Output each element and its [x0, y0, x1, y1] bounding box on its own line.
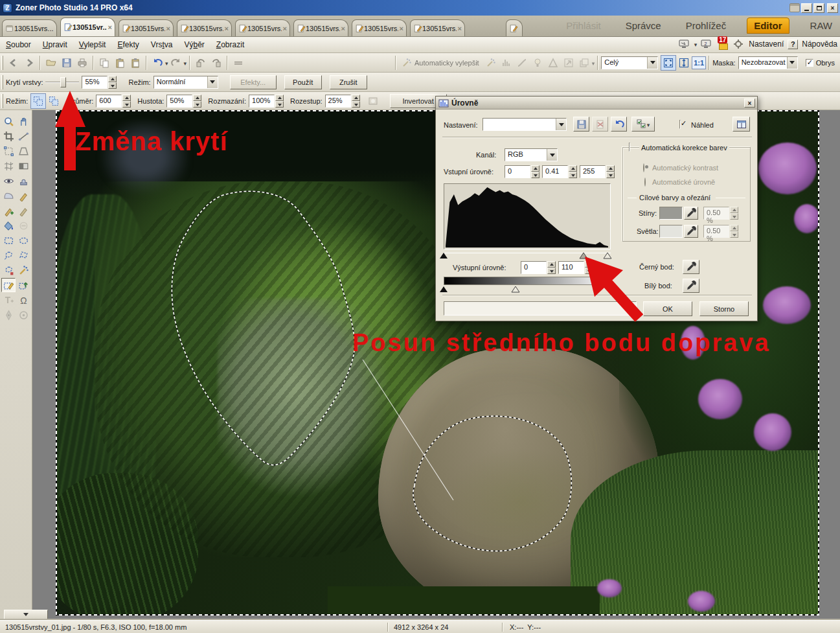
auto-enhance-icon[interactable] [399, 55, 414, 71]
tool-hand[interactable] [16, 114, 30, 128]
lights-clip-spinner[interactable]: 0.50 % [703, 225, 738, 238]
cancel-button[interactable]: Zrušit [330, 75, 367, 89]
maska-dropdown-button[interactable] [787, 57, 797, 69]
palette-overflow-button[interactable] [4, 610, 48, 619]
close-button[interactable]: × [827, 3, 838, 13]
tab-5[interactable]: 130515vrs...× [235, 19, 290, 36]
redo-button[interactable] [168, 55, 184, 71]
show-mask-icon[interactable] [365, 93, 381, 109]
tab-close-button[interactable]: × [108, 23, 112, 31]
tool-healing-brush[interactable] [16, 189, 30, 203]
tool-red-eye[interactable] [1, 174, 16, 188]
lights-swatch[interactable] [659, 225, 683, 238]
shadows-swatch[interactable] [659, 207, 683, 220]
input-gamma-spinner[interactable]: 0.41 [542, 165, 577, 178]
lights-picker-button[interactable] [684, 225, 698, 238]
diameter-spinner[interactable]: 600 [96, 95, 131, 108]
tool-fill-bucket[interactable] [1, 218, 16, 233]
density-spinner[interactable]: 50% [166, 95, 201, 108]
output-black-spinner[interactable]: 0 [521, 261, 556, 274]
layer-mode-select[interactable]: Normální [153, 76, 218, 89]
tool-crop[interactable] [1, 129, 16, 143]
menu-upravit[interactable]: Upravit [37, 38, 73, 51]
input-white-slider[interactable] [603, 252, 612, 259]
mode-pihlsit[interactable]: Přihlásit [562, 19, 604, 32]
menu-vylepit[interactable]: Vylepšit [73, 38, 112, 51]
spin-down[interactable] [108, 82, 117, 89]
output-white-slider[interactable] [511, 286, 520, 293]
rotate-right-button[interactable] [209, 55, 224, 71]
maska-select[interactable]: Nezobrazovat [738, 56, 798, 69]
layer-opacity-slider[interactable] [45, 76, 79, 88]
tool-lasso[interactable] [1, 248, 16, 262]
paste-special-button[interactable] [128, 55, 143, 71]
settings-select[interactable] [482, 118, 567, 131]
input-black-value[interactable]: 0 [505, 165, 530, 178]
settings-dropdown-button[interactable] [556, 119, 566, 130]
tab-9[interactable] [506, 19, 523, 36]
mode-raw[interactable]: RAW [806, 19, 836, 32]
zoom-dropdown-button[interactable] [647, 57, 657, 69]
apply-button[interactable]: Použít [284, 75, 322, 89]
display-profile-dropdown[interactable] [694, 40, 698, 49]
channel-select[interactable]: RGB [505, 148, 558, 161]
batch-button[interactable] [576, 55, 592, 71]
channel-dropdown-button[interactable] [547, 149, 557, 161]
menu-soubor[interactable]: Soubor [0, 38, 37, 51]
tab-4[interactable]: 130515vrs...× [177, 19, 232, 36]
rotate-left-button[interactable] [193, 55, 209, 71]
preview-checkbox[interactable] [679, 120, 681, 129]
black-point-picker-button[interactable] [683, 260, 699, 274]
save-button[interactable] [59, 55, 74, 71]
layer-mode-dropdown-button[interactable] [207, 76, 218, 88]
redo-dropdown[interactable] [184, 59, 187, 67]
more-button[interactable] [231, 55, 246, 71]
tool-clone-stamp[interactable] [16, 174, 30, 188]
tab-close-button[interactable]: × [283, 25, 287, 32]
tool-polygon-lasso[interactable] [16, 248, 30, 262]
effects-button[interactable]: Efekty... [230, 75, 277, 89]
undo-button[interactable] [150, 55, 165, 71]
selection-mode-new-button[interactable] [30, 93, 46, 109]
settings-menu[interactable]: Nastavení [749, 40, 784, 49]
tool-gradient[interactable] [16, 159, 30, 173]
print-button[interactable] [74, 55, 90, 71]
mode-prohle[interactable]: Prohlížeč [682, 19, 731, 32]
apply-options-button[interactable] [631, 117, 655, 132]
tab-8[interactable]: 130515vrs...× [410, 19, 465, 36]
blur-value[interactable]: 100% [249, 95, 275, 108]
tool-color-target[interactable] [16, 308, 30, 322]
lights-clip-value[interactable]: 0.50 % [703, 225, 729, 238]
output-black-value[interactable]: 0 [521, 261, 547, 274]
menu-zobrazit[interactable]: Zobrazit [210, 38, 250, 51]
side-panel-button[interactable] [732, 117, 750, 132]
spin-up[interactable] [108, 76, 117, 82]
obrys-checkbox[interactable] [806, 59, 813, 67]
mode-sprvce[interactable]: Správce [622, 19, 665, 32]
layer-opacity-value[interactable]: 55% [82, 76, 108, 89]
menu-vbr[interactable]: Výběr [178, 38, 210, 51]
sharpen-button[interactable] [545, 55, 561, 71]
tool-paintbrush-add[interactable] [1, 203, 16, 218]
shadows-clip-spinner[interactable]: 0.50 % [703, 207, 738, 220]
output-white-spinner[interactable]: 110 [558, 261, 593, 274]
tool-selection-brush[interactable] [1, 278, 16, 292]
second-monitor-icon[interactable]: 2 [701, 39, 712, 49]
paste-button[interactable] [112, 55, 128, 71]
density-value[interactable]: 50% [166, 95, 192, 108]
tab-close-button[interactable]: × [166, 25, 170, 32]
white-point-picker-button[interactable] [683, 279, 699, 293]
ok-button[interactable]: OK [643, 301, 692, 316]
fit-height-button[interactable] [676, 55, 692, 71]
mode-editor[interactable]: Editor [747, 17, 789, 34]
tab-close-button[interactable]: × [400, 25, 403, 32]
minimize-button[interactable] [801, 3, 812, 13]
dialog-title-bar[interactable]: Úrovně [436, 97, 757, 109]
lamp-button[interactable] [530, 55, 545, 71]
tab-close-button[interactable]: × [225, 25, 229, 32]
input-black-slider[interactable] [439, 252, 448, 259]
gear-icon[interactable] [733, 39, 745, 49]
fit-screen-button[interactable] [661, 55, 676, 71]
auto-correction-checkbox[interactable] [629, 143, 630, 152]
spacing-value[interactable]: 25% [325, 95, 351, 108]
